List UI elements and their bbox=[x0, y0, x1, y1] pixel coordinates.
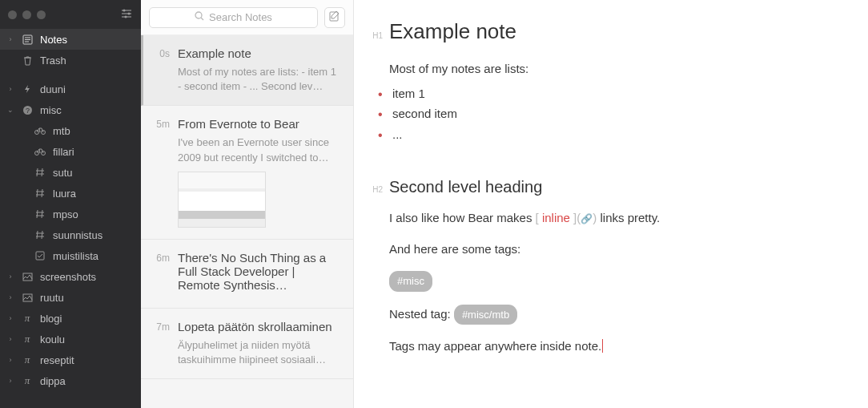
sidebar-tag-label: mtb bbox=[53, 125, 70, 137]
notes-icon bbox=[21, 34, 34, 45]
svg-point-2 bbox=[125, 15, 127, 18]
note-time: 5m bbox=[152, 117, 170, 227]
note-time: 7m bbox=[152, 320, 170, 367]
traffic-lights bbox=[8, 10, 46, 19]
sidebar-tag-koulu[interactable]: › π koulu bbox=[0, 329, 141, 349]
minimize-window-button[interactable] bbox=[22, 10, 31, 19]
note-list-ul: item 1 second item ... bbox=[389, 83, 823, 145]
pi-icon: π bbox=[21, 312, 34, 325]
sidebar-tag-reseptit[interactable]: › π reseptit bbox=[0, 349, 141, 370]
chevron-right-icon: › bbox=[6, 273, 14, 281]
sidebar: › Notes Trash › duuni ⌄ ? misc mtb filla… bbox=[0, 0, 141, 408]
note-preview: I've been an Evernote user since 2009 bu… bbox=[178, 135, 339, 164]
svg-point-13 bbox=[195, 12, 202, 18]
bolt-icon bbox=[21, 84, 34, 94]
chevron-right-icon: › bbox=[6, 314, 14, 322]
pi-icon: π bbox=[21, 353, 34, 366]
sidebar-tag-screenshots[interactable]: › screenshots bbox=[0, 266, 141, 287]
tag-pill[interactable]: #misc bbox=[389, 271, 432, 292]
editor[interactable]: H1 Example note Most of my notes are lis… bbox=[354, 0, 868, 408]
new-note-button[interactable] bbox=[324, 7, 345, 28]
chevron-right-icon: › bbox=[6, 356, 14, 364]
inline-link[interactable]: inline bbox=[542, 211, 570, 224]
settings-icon[interactable] bbox=[120, 7, 133, 22]
sidebar-notes[interactable]: › Notes bbox=[0, 29, 141, 50]
sidebar-tag-mtb[interactable]: mtb bbox=[0, 120, 141, 141]
sidebar-tag-misc[interactable]: ⌄ ? misc bbox=[0, 99, 141, 120]
note-time: 0s bbox=[152, 46, 170, 94]
text-cursor bbox=[602, 339, 603, 353]
note-item[interactable]: 6m There's No Such Thing as a Full Stack… bbox=[141, 240, 353, 309]
image-icon bbox=[21, 273, 34, 281]
note-title: There's No Such Thing as a Full Stack De… bbox=[178, 251, 339, 292]
svg-point-1 bbox=[128, 12, 131, 14]
sidebar-tag-dippa[interactable]: › π dippa bbox=[0, 370, 141, 391]
sidebar-trash[interactable]: Trash bbox=[0, 50, 141, 71]
sidebar-tag-duuni[interactable]: › duuni bbox=[0, 79, 141, 99]
note-preview: Most of my notes are lists: - item 1 - s… bbox=[178, 65, 339, 94]
svg-text:?: ? bbox=[25, 107, 29, 115]
checkbox-icon bbox=[34, 251, 46, 261]
sidebar-tag-label: blogi bbox=[40, 313, 62, 325]
chevron-down-icon: ⌄ bbox=[6, 106, 14, 114]
sidebar-tag-sutu[interactable]: sutu bbox=[0, 162, 141, 183]
sidebar-tag-label: dippa bbox=[40, 375, 66, 387]
link-bracket: [ bbox=[536, 211, 542, 224]
sidebar-tag-label: luura bbox=[53, 188, 76, 200]
hash-icon bbox=[34, 188, 46, 198]
link-icon: 🔗 bbox=[581, 213, 593, 224]
sidebar-tag-label: duuni bbox=[40, 83, 66, 95]
sidebar-tag-blogi[interactable]: › π blogi bbox=[0, 308, 141, 329]
sidebar-tag-label: fillari bbox=[53, 146, 74, 158]
note-list: Search Notes 0s Example note Most of my … bbox=[141, 0, 354, 408]
sidebar-tag-suunnistus[interactable]: suunnistus bbox=[0, 224, 141, 245]
pi-icon: π bbox=[21, 374, 34, 387]
close-window-button[interactable] bbox=[8, 10, 17, 19]
sidebar-tag-label: ruutu bbox=[40, 292, 64, 304]
note-title: Example note bbox=[178, 46, 339, 60]
tag-pill[interactable]: #misc/mtb bbox=[454, 305, 517, 325]
list-item: item 1 bbox=[389, 83, 823, 104]
trash-icon bbox=[21, 55, 34, 66]
zoom-window-button[interactable] bbox=[37, 10, 46, 19]
note-paragraph: Tags may appear anywhere inside note. bbox=[389, 337, 823, 356]
sidebar-tag-label: suunnistus bbox=[53, 229, 102, 241]
sidebar-notes-label: Notes bbox=[40, 34, 67, 46]
sidebar-tag-muistilista[interactable]: muistilista bbox=[0, 245, 141, 266]
sidebar-tag-fillari[interactable]: fillari bbox=[0, 141, 141, 162]
chevron-right-icon: › bbox=[6, 335, 14, 343]
sidebar-tag-ruutu[interactable]: › ruutu bbox=[0, 287, 141, 308]
sidebar-tag-label: screenshots bbox=[40, 271, 96, 283]
pi-icon: π bbox=[21, 333, 34, 345]
chevron-right-icon: › bbox=[6, 85, 14, 93]
question-icon: ? bbox=[21, 105, 34, 115]
svg-point-0 bbox=[123, 9, 126, 11]
sidebar-tag-label: koulu bbox=[40, 333, 65, 345]
search-bar: Search Notes bbox=[141, 0, 353, 35]
chevron-right-icon: › bbox=[6, 293, 14, 301]
compose-icon bbox=[329, 10, 340, 24]
search-input[interactable]: Search Notes bbox=[149, 7, 318, 28]
note-item[interactable]: 5m From Evernote to Bear I've been an Ev… bbox=[141, 106, 353, 239]
link-bracket: ]( bbox=[570, 211, 581, 224]
titlebar bbox=[0, 0, 141, 29]
note-item[interactable]: 0s Example note Most of my notes are lis… bbox=[141, 35, 353, 106]
hash-icon bbox=[34, 168, 46, 177]
bike-icon bbox=[34, 147, 46, 156]
note-subheading: Second level heading bbox=[389, 178, 542, 196]
heading-marker: H2 bbox=[365, 185, 389, 194]
note-title: From Evernote to Bear bbox=[178, 117, 339, 131]
note-title: Lopeta päätön skrollaaminen bbox=[178, 320, 339, 333]
sidebar-tag-luura[interactable]: luura bbox=[0, 183, 141, 204]
sidebar-tag-mpso[interactable]: mpso bbox=[0, 204, 141, 224]
note-item[interactable]: 7m Lopeta päätön skrollaaminen Älypuheli… bbox=[141, 309, 353, 379]
image-icon bbox=[21, 293, 34, 302]
note-preview: Älypuhelimet ja niiden myötä taskuihimme… bbox=[178, 338, 339, 367]
sidebar-tag-label: misc bbox=[40, 104, 62, 116]
note-paragraph: Most of my notes are lists: bbox=[389, 60, 823, 79]
bike-icon bbox=[34, 127, 46, 135]
sidebar-tag-label: mpso bbox=[53, 208, 78, 220]
note-time: 6m bbox=[152, 251, 170, 297]
list-item: second item bbox=[389, 103, 823, 124]
hash-icon bbox=[34, 209, 46, 219]
